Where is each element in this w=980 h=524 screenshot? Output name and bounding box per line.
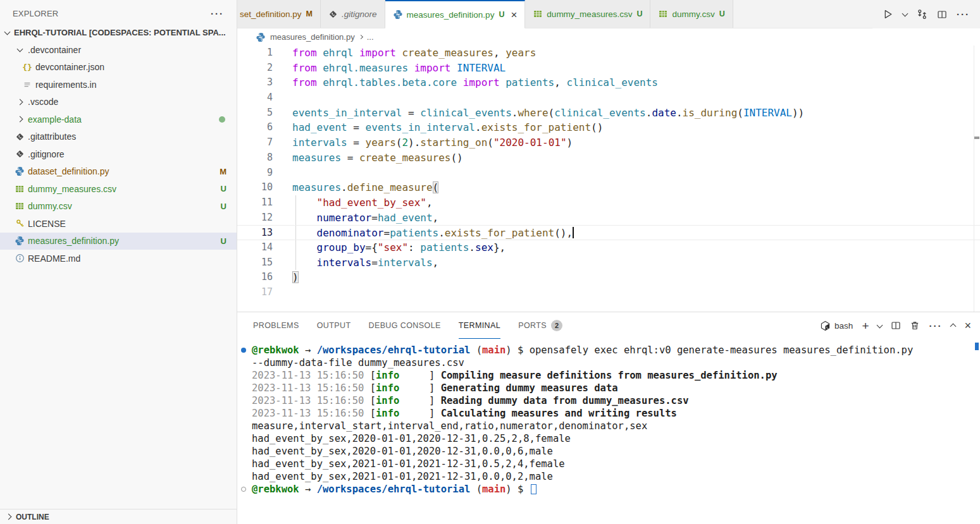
terminal-line-12[interactable]: @rebkwok → /workspaces/ehrql-tutorial (m… bbox=[237, 483, 980, 496]
terminal-line-1[interactable]: @rebkwok → /workspaces/ehrql-tutorial (m… bbox=[237, 344, 980, 356]
code-line-3[interactable]: 3from ehrql.tables.beta.core import pati… bbox=[237, 75, 980, 90]
sidebar-item-gitignore[interactable]: .gitignore bbox=[0, 145, 237, 163]
tab-dummy-csv[interactable]: dummy.csvU bbox=[650, 0, 733, 28]
more-terminal-actions[interactable]: ··· bbox=[929, 320, 942, 331]
code-line-15[interactable]: 15 intervals=intervals, bbox=[237, 255, 980, 271]
panel-tab-terminal[interactable]: TERMINAL bbox=[459, 312, 500, 339]
code-line-4[interactable]: 4 bbox=[237, 90, 980, 106]
sidebar-item-dummy-measures-csv[interactable]: dummy_measures.csvU bbox=[0, 180, 237, 198]
code-line-9[interactable]: 9 bbox=[237, 166, 980, 181]
file-label: dummy_measures.csv bbox=[28, 184, 116, 194]
maximize-panel-button[interactable] bbox=[951, 322, 955, 329]
sidebar-item-vscode[interactable]: .vscode bbox=[0, 94, 237, 111]
vscode-window: EXPLORER ··· EHRQL-TUTORIAL [CODESPACES:… bbox=[0, 0, 980, 524]
terminal-line-7[interactable]: measure,interval_start,interval_end,rati… bbox=[237, 420, 980, 432]
run-python-file-button[interactable] bbox=[883, 9, 893, 20]
line-number: 8 bbox=[237, 150, 273, 166]
indent-guide bbox=[295, 240, 296, 255]
code-line-1[interactable]: 1from ehrql import create_measures, year… bbox=[237, 46, 980, 61]
panel-header: PROBLEMSOUTPUTDEBUG CONSOLETERMINALPORTS… bbox=[237, 312, 980, 339]
code-line-16[interactable]: 16) bbox=[237, 270, 980, 285]
sidebar-item-dummy-csv[interactable]: dummy.csvU bbox=[0, 198, 237, 216]
new-terminal-button[interactable]: + bbox=[862, 320, 869, 332]
sidebar-item-devcontainer-json[interactable]: {}devcontainer.json bbox=[0, 59, 237, 76]
panel-tab-problems[interactable]: PROBLEMS bbox=[253, 312, 299, 339]
code-line-17[interactable]: 17 bbox=[237, 285, 980, 300]
file-label: dummy.csv bbox=[28, 201, 72, 211]
code-line-14[interactable]: 14 group_by={"sex": patients.sex}, bbox=[237, 240, 980, 255]
open-changes-button[interactable] bbox=[917, 9, 927, 20]
code-line-8[interactable]: 8measures = create_measures() bbox=[237, 150, 980, 166]
code-line-content: had_event = events_in_interval.exists_fo… bbox=[292, 120, 980, 135]
breadcrumb-file[interactable]: measures_definition.py bbox=[270, 32, 355, 42]
code-line-content: events_in_interval = clinical_events.whe… bbox=[292, 106, 980, 121]
project-root-folder[interactable]: EHRQL-TUTORIAL [CODESPACES: POTENTIAL SP… bbox=[0, 24, 237, 41]
split-terminal-button[interactable] bbox=[891, 320, 901, 331]
tab-set-definition-py[interactable]: set_definition.pyM bbox=[237, 0, 321, 28]
indent-guide bbox=[295, 255, 296, 271]
terminal-profile-dropdown[interactable] bbox=[878, 324, 882, 327]
terminal-line-5[interactable]: 2023-11-13 15:16:50 [info ] Reading dumm… bbox=[237, 394, 980, 407]
panel-tab-output[interactable]: OUTPUT bbox=[317, 312, 351, 339]
sidebar-item-readme-md[interactable]: README.md bbox=[0, 250, 237, 267]
python-icon bbox=[393, 9, 403, 20]
explorer-sidebar: EXPLORER ··· EHRQL-TUTORIAL [CODESPACES:… bbox=[0, 0, 237, 524]
tab-label: dummy.csv bbox=[672, 9, 714, 19]
outline-section-header[interactable]: OUTLINE bbox=[0, 509, 237, 524]
terminal-line-3[interactable]: 2023-11-13 15:16:50 [info ] Compiling me… bbox=[237, 369, 980, 382]
breadcrumb[interactable]: measures_definition.py ... bbox=[237, 28, 980, 46]
sidebar-item-measures-definition-py[interactable]: measures_definition.pyU bbox=[0, 233, 237, 250]
close-icon[interactable]: × bbox=[511, 9, 517, 20]
sidebar-item-gitattributes[interactable]: .gitattributes bbox=[0, 128, 237, 146]
lines-icon bbox=[22, 80, 33, 89]
sidebar-item-example-data[interactable]: example-data bbox=[0, 111, 237, 128]
editor-group: set_definition.pyM.gitignoremeasures_def… bbox=[237, 0, 980, 524]
terminal-line-9[interactable]: had_event_by_sex,2020-01-01,2020-12-31,0… bbox=[237, 445, 980, 458]
panel-tab-debug-console[interactable]: DEBUG CONSOLE bbox=[368, 312, 440, 339]
split-editor-button[interactable] bbox=[937, 9, 947, 20]
sidebar-item-dataset-definition-py[interactable]: dataset_definition.pyM bbox=[0, 163, 237, 181]
breadcrumb-more[interactable]: ... bbox=[367, 32, 374, 42]
code-line-12[interactable]: 12 numerator=had_event, bbox=[237, 210, 980, 226]
code-line-13[interactable]: 13 denominator=patients.exists_for_patie… bbox=[237, 225, 980, 240]
kill-terminal-button[interactable] bbox=[910, 320, 920, 331]
terminal-line-2[interactable]: --dummy-data-file dummy_measures.csv bbox=[237, 356, 980, 369]
panel-tab-ports[interactable]: PORTS2 bbox=[518, 312, 562, 339]
line-number: 5 bbox=[237, 106, 273, 121]
code-line-content: denominator=patients.exists_for_patient(… bbox=[292, 226, 980, 241]
code-editor[interactable]: 1from ehrql import create_measures, year… bbox=[237, 46, 980, 312]
code-line-11[interactable]: 11 "had_event_by_sex", bbox=[237, 195, 980, 210]
code-line-10[interactable]: 10measures.define_measure( bbox=[237, 180, 980, 195]
terminal-line-11[interactable]: had_event_by_sex,2021-01-01,2021-12-31,0… bbox=[237, 470, 980, 483]
more-editor-actions[interactable]: ··· bbox=[957, 9, 970, 20]
code-line-content: intervals=intervals, bbox=[292, 255, 980, 271]
terminal-line-10[interactable]: had_event_by_sex,2021-01-01,2021-12-31,0… bbox=[237, 458, 980, 470]
tab-dummy-measures-csv[interactable]: dummy_measures.csvU bbox=[525, 0, 650, 28]
terminal-instance-bash[interactable]: bash bbox=[820, 320, 853, 331]
sidebar-item-devcontainer[interactable]: .devcontainer bbox=[0, 41, 237, 59]
explorer-more-actions-icon[interactable]: ··· bbox=[211, 8, 224, 19]
terminal[interactable]: @rebkwok → /workspaces/ehrql-tutorial (m… bbox=[237, 339, 980, 524]
code-line-2[interactable]: 2from ehrql.measures import INTERVAL bbox=[237, 61, 980, 76]
line-number: 4 bbox=[237, 90, 273, 106]
tab-gitignore[interactable]: .gitignore bbox=[321, 0, 385, 28]
terminal-line-4[interactable]: 2023-11-13 15:16:50 [info ] Generating d… bbox=[237, 382, 980, 394]
code-line-6[interactable]: 6had_event = events_in_interval.exists_f… bbox=[237, 120, 980, 135]
chevron-right-icon bbox=[6, 514, 12, 520]
text-cursor bbox=[573, 227, 574, 238]
chevron-right-icon bbox=[14, 100, 25, 104]
run-dropdown[interactable] bbox=[903, 13, 907, 16]
tab-measures-definition-py[interactable]: measures_definition.pyU× bbox=[385, 0, 526, 28]
sidebar-item-license[interactable]: LICENSE bbox=[0, 215, 237, 233]
bash-icon bbox=[820, 320, 831, 331]
code-line-content: numerator=had_event, bbox=[292, 210, 980, 226]
terminal-line-8[interactable]: had_event_by_sex,2020-01-01,2020-12-31,0… bbox=[237, 432, 980, 445]
close-panel-button[interactable]: × bbox=[964, 320, 971, 331]
code-line-7[interactable]: 7intervals = years(2).starting_on("2020-… bbox=[237, 135, 980, 150]
sidebar-item-requirements-in[interactable]: requirements.in bbox=[0, 76, 237, 94]
code-line-5[interactable]: 5events_in_interval = clinical_events.wh… bbox=[237, 106, 980, 121]
indent-guide bbox=[295, 195, 296, 210]
terminal-line-6[interactable]: 2023-11-13 15:16:50 [info ] Calculating … bbox=[237, 407, 980, 420]
panel-actions: bash+···× bbox=[820, 312, 971, 339]
line-number: 3 bbox=[237, 75, 273, 90]
